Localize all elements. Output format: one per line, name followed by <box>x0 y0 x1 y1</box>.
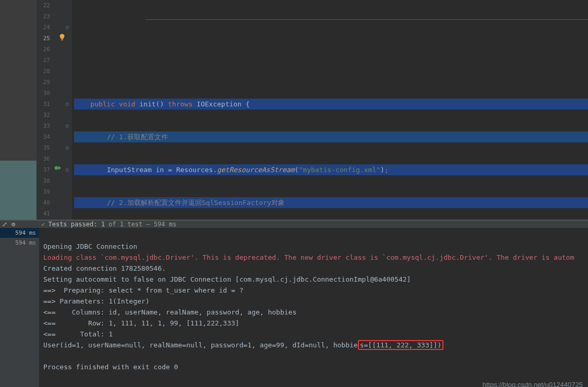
test-status-bar: ⤢ ⚙ ✔ Tests passed: 1 of 1 test – 594 ms <box>0 221 588 228</box>
code-line[interactable] <box>74 33 588 44</box>
line-number[interactable]: 22 <box>37 0 53 11</box>
run-test-icon[interactable] <box>54 164 62 175</box>
run-tool-window: 594 ms 594 ms Opening JDBC Connection Lo… <box>0 228 588 387</box>
console-line: Loading class `com.mysql.jdbc.Driver'. T… <box>43 253 574 261</box>
console-line: ==> Parameters: 1(Integer) <box>43 297 150 305</box>
line-number-gutter[interactable]: 2223242526272829303132333435363738394041 <box>37 0 53 220</box>
fold-icon[interactable]: ⊟ <box>66 99 69 110</box>
console-line: Setting autocommit to false on JDBC Conn… <box>43 275 411 283</box>
line-number[interactable]: 28 <box>37 66 53 77</box>
fold-icon[interactable]: ⊟ <box>66 142 69 153</box>
line-number[interactable]: 39 <box>37 186 53 197</box>
console-line: ==> Preparing: select * from t_user wher… <box>43 286 247 294</box>
code-line[interactable]: InputStream in = Resources.getResourceAs… <box>74 164 588 175</box>
intention-bulb-icon[interactable] <box>58 33 66 40</box>
line-number[interactable]: 41 <box>37 208 53 219</box>
line-number[interactable]: 30 <box>37 88 53 99</box>
console-output[interactable]: Opening JDBC Connection Loading class `c… <box>39 228 588 387</box>
line-number[interactable]: 38 <box>37 175 53 186</box>
test-tree-row[interactable]: 594 ms <box>0 228 39 238</box>
code-line[interactable]: // 1.获取配置文件 <box>74 131 588 142</box>
code-editor[interactable]: public void init() throws IOException { … <box>72 0 588 220</box>
tests-summary: of 1 test – 594 ms <box>105 221 176 228</box>
line-number[interactable]: 26 <box>37 44 53 55</box>
console-line: Created connection 1782580546. <box>43 264 166 272</box>
expand-icon[interactable]: ⤢ <box>2 221 7 228</box>
console-line: <== Row: 1, 111, 11, 1, 99, [111,222,333… <box>43 319 239 327</box>
watermark: https://blog.csdn.net/u012440725 <box>483 379 583 387</box>
line-number[interactable]: 27 <box>37 55 53 66</box>
test-tree[interactable]: 594 ms 594 ms <box>0 228 39 387</box>
settings-gear-icon[interactable]: ⚙ <box>11 221 15 228</box>
svg-point-0 <box>55 166 58 170</box>
gutter-icons: ⊟ ⊟ ⊟ ⊟ ⊟ <box>53 0 72 220</box>
line-number[interactable]: 31 <box>37 99 53 110</box>
line-number[interactable]: 34 <box>37 131 53 142</box>
line-number[interactable]: 25 <box>37 33 53 44</box>
line-number[interactable]: 29 <box>37 77 53 88</box>
tests-passed-label: Tests passed: 1 <box>48 221 104 228</box>
code-line[interactable]: public void init() throws IOException { <box>74 99 588 110</box>
line-number[interactable]: 40 <box>37 197 53 208</box>
console-line: Process finished with exit code 0 <box>43 363 178 371</box>
line-number[interactable]: 32 <box>37 110 53 120</box>
fold-icon[interactable]: ⊟ <box>66 22 69 33</box>
line-number[interactable]: 36 <box>37 153 53 164</box>
line-number[interactable]: 33 <box>37 120 53 131</box>
code-line[interactable] <box>74 66 588 77</box>
line-number[interactable]: 35 <box>37 142 53 153</box>
editor-area: 2223242526272829303132333435363738394041… <box>0 0 588 220</box>
console-line: User(id=1, userName=null, realName=null,… <box>43 340 443 350</box>
project-tool-strip <box>0 0 37 220</box>
test-tree-row[interactable]: 594 ms <box>0 238 39 248</box>
method-separator <box>146 19 588 20</box>
line-number[interactable]: 23 <box>37 11 53 22</box>
line-number[interactable]: 24 <box>37 22 53 33</box>
fold-icon[interactable]: ⊟ <box>66 164 69 175</box>
fold-icon[interactable]: ⊟ <box>66 120 69 131</box>
console-line: <== Columns: id, userName, realName, pas… <box>43 308 296 316</box>
check-icon: ✔ <box>41 221 45 228</box>
highlighted-output: s=[[111, 222, 333]]) <box>358 340 444 350</box>
line-number[interactable]: 37 <box>37 164 53 175</box>
console-line: <== Total: 1 <box>43 330 113 338</box>
console-line: Opening JDBC Connection <box>43 243 137 250</box>
code-line[interactable]: // 2.加载解析配置文件并返回SqlSessionFactory对象 <box>74 197 588 208</box>
